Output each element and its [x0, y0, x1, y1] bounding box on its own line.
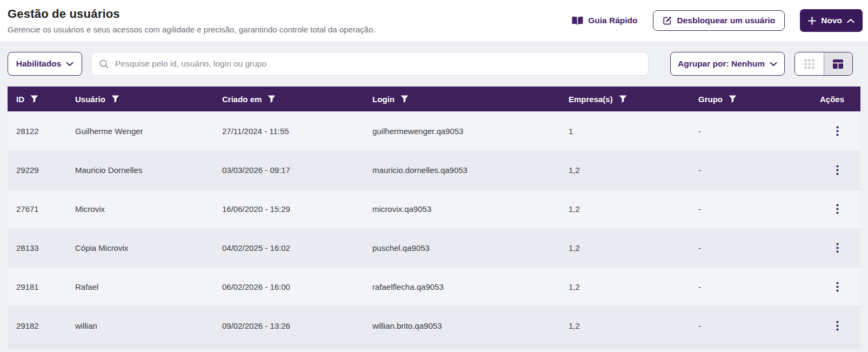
unlock-user-button[interactable]: Desbloquear um usuário [653, 10, 785, 31]
cell-criado_em: 03/03/2026 - 09:17 [222, 165, 372, 175]
cell-usuario: Mauricio Dornelles [75, 165, 222, 175]
group-by-dropdown[interactable]: Agrupar por: Nenhum [670, 52, 785, 76]
cell-usuario: Guilherme Wenger [75, 127, 222, 136]
kebab-menu-icon [836, 243, 839, 253]
cell-criado_em: 16/06/2020 - 15:29 [222, 204, 372, 214]
table-row: 29181Rafael06/02/2026 - 16:00rafaelflech… [8, 267, 860, 306]
cell-usuario: Cópia Microvix [75, 243, 222, 253]
cell-usuario: Rafael [75, 282, 222, 291]
edit-square-icon [663, 16, 672, 25]
cell-empresas: 1,2 [569, 282, 698, 291]
cell-login: willian.brito.qa9053 [372, 321, 569, 330]
column-label: Login [372, 95, 395, 104]
column-header-login[interactable]: Login [372, 95, 569, 104]
row-actions-button[interactable] [834, 202, 841, 216]
column-label: Empresa(s) [569, 95, 613, 104]
unlock-user-label: Desbloquear um usuário [677, 16, 776, 25]
kebab-menu-icon [836, 282, 839, 292]
cell-criado_em: 09/02/2026 - 13:26 [222, 321, 372, 330]
cell-acoes [777, 318, 860, 333]
grid-icon [804, 59, 814, 69]
cell-criado_em: 06/02/2026 - 16:00 [222, 282, 372, 291]
page-subtitle: Gerencie os usuários e seus acessos com … [8, 25, 375, 34]
kebab-menu-icon [836, 126, 839, 136]
column-label: Ações [820, 95, 844, 104]
table-row: 28122Guilherme Wenger27/11/2024 - 11:55g… [8, 111, 860, 150]
cell-acoes [777, 163, 860, 177]
cell-empresas: 1 [569, 127, 698, 136]
table-bottom-edge [8, 345, 860, 349]
column-header-criado_em[interactable]: Criado em [222, 95, 372, 104]
card-view-button[interactable] [795, 52, 824, 75]
search-box [91, 52, 649, 76]
cell-empresas: 1,2 [569, 204, 698, 214]
cell-usuario: willian [75, 321, 222, 330]
cell-id: 27671 [8, 204, 75, 214]
table-row: 29229Mauricio Dornelles03/03/2026 - 09:1… [8, 150, 860, 189]
cell-login: rafaelflecha.qa9053 [372, 282, 569, 291]
cell-acoes [777, 280, 860, 294]
quick-guide-label: Guia Rápido [588, 16, 637, 25]
row-actions-button[interactable] [834, 280, 841, 294]
row-actions-button[interactable] [834, 163, 841, 177]
table-view-button[interactable] [824, 52, 853, 75]
group-by-label: Agrupar por: Nenhum [678, 59, 765, 69]
funnel-icon[interactable] [400, 95, 409, 103]
kebab-menu-icon [836, 204, 839, 214]
row-actions-button[interactable] [834, 318, 841, 333]
cell-id: 29181 [8, 282, 75, 291]
cell-acoes [777, 124, 860, 138]
cell-grupo: - [698, 321, 777, 330]
funnel-icon[interactable] [30, 95, 38, 103]
cell-grupo: - [698, 127, 777, 136]
cell-empresas: 1,2 [569, 243, 698, 253]
chevron-down-icon [770, 62, 777, 67]
cell-grupo: - [698, 165, 777, 175]
new-button[interactable]: Novo [800, 9, 863, 32]
new-button-label: Novo [821, 16, 842, 25]
column-label: Grupo [698, 95, 723, 104]
book-icon [572, 16, 583, 25]
column-header-id[interactable]: ID [8, 95, 75, 104]
column-header-acoes: Ações [777, 95, 860, 104]
funnel-icon[interactable] [729, 95, 737, 103]
column-header-usuario[interactable]: Usuário [75, 95, 222, 104]
table-header-row: IDUsuárioCriado emLoginEmpresa(s)GrupoAç… [8, 87, 860, 111]
kebab-menu-icon [836, 165, 839, 175]
column-label: Usuário [75, 95, 105, 104]
content-area: Habilitados Agrupar por: Nenhum [0, 41, 868, 352]
page-heading-group: Gestão de usuários Gerencie os usuários … [8, 7, 375, 34]
cell-empresas: 1,2 [569, 321, 698, 330]
table-row: 28133Cópia Microvix04/02/2025 - 16:02pus… [8, 228, 860, 267]
table-row: 27671Microvix16/06/2020 - 15:29microvix.… [8, 189, 860, 228]
cell-empresas: 1,2 [569, 165, 698, 175]
cell-criado_em: 27/11/2024 - 11:55 [222, 127, 372, 136]
cell-id: 28133 [8, 243, 75, 253]
cell-login: puschel.qa9053 [372, 243, 569, 253]
row-actions-button[interactable] [834, 241, 841, 255]
page-header: Gestão de usuários Gerencie os usuários … [0, 0, 868, 41]
cell-criado_em: 04/02/2025 - 16:02 [222, 243, 372, 253]
quick-guide-button[interactable]: Guia Rápido [572, 16, 637, 25]
search-input[interactable] [115, 59, 640, 69]
cell-login: guilhermewenger.qa9053 [372, 127, 569, 136]
status-filter-label: Habilitados [16, 59, 62, 69]
chevron-down-icon [66, 62, 74, 67]
filter-bar: Habilitados Agrupar por: Nenhum [8, 52, 860, 76]
funnel-icon[interactable] [619, 95, 627, 103]
status-filter-dropdown[interactable]: Habilitados [8, 52, 82, 76]
row-actions-button[interactable] [834, 124, 841, 138]
view-toggle [794, 52, 853, 76]
funnel-icon[interactable] [268, 95, 276, 103]
search-icon [99, 59, 109, 69]
header-actions: Guia Rápido Desbloquear um usuário Novo [572, 9, 863, 32]
table-body: 28122Guilherme Wenger27/11/2024 - 11:55g… [8, 111, 860, 345]
column-header-grupo[interactable]: Grupo [698, 95, 777, 104]
column-label: ID [16, 95, 24, 104]
cell-grupo: - [698, 204, 777, 214]
column-header-empresas[interactable]: Empresa(s) [569, 95, 698, 104]
kebab-menu-icon [836, 321, 839, 331]
funnel-icon[interactable] [111, 95, 119, 103]
cell-login: microvix.qa9053 [372, 204, 569, 214]
users-table: IDUsuárioCriado emLoginEmpresa(s)GrupoAç… [8, 87, 860, 349]
